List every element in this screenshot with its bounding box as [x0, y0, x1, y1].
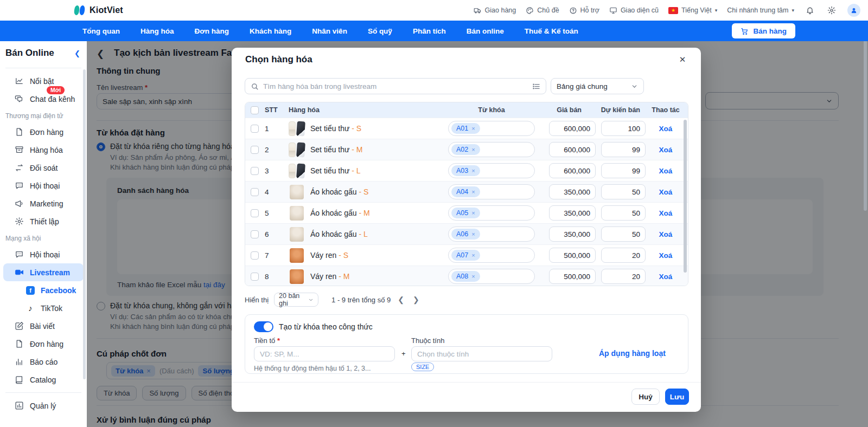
sidebar-item-qu-n-l-[interactable]: Quản lý: [0, 397, 87, 415]
keyword-field[interactable]: A07 ×: [448, 248, 535, 263]
product-search-box[interactable]: [245, 78, 546, 94]
util-monitor[interactable]: Giao diện cũ: [609, 7, 659, 15]
expected-qty-input[interactable]: [601, 163, 646, 178]
page-size-select[interactable]: 20 bản ghi: [274, 293, 318, 307]
row-checkbox[interactable]: [251, 188, 259, 196]
price-input[interactable]: [549, 248, 596, 263]
select-all-checkbox[interactable]: [251, 106, 259, 114]
user-avatar[interactable]: [847, 4, 860, 17]
sidebar-item-h-ng-h-a[interactable]: Hàng hóa: [0, 141, 87, 159]
keyword-tag[interactable]: A02 ×: [451, 144, 480, 155]
sidebar-item-h-i-tho-i[interactable]: Hội thoại: [0, 177, 87, 195]
keyword-tag[interactable]: A05 ×: [451, 208, 480, 218]
notification-bell-icon[interactable]: [804, 4, 816, 16]
expected-qty-input[interactable]: [601, 248, 646, 263]
size-attribute-tag[interactable]: SIZE: [411, 363, 434, 371]
nav-item-s-qu-[interactable]: Sổ quỹ: [368, 27, 392, 35]
sidebar-item-facebook[interactable]: fFacebook: [0, 281, 87, 299]
row-checkbox[interactable]: [251, 125, 259, 133]
keyword-tag[interactable]: A01 ×: [451, 123, 480, 134]
util-delivery[interactable]: Giao hàng: [474, 7, 516, 15]
row-checkbox[interactable]: [251, 251, 259, 260]
remove-keyword-icon[interactable]: ×: [471, 125, 475, 132]
row-checkbox[interactable]: [251, 146, 259, 154]
nav-item-ph-n-t-ch[interactable]: Phân tích: [413, 27, 446, 35]
save-button[interactable]: Lưu: [665, 389, 689, 405]
keyword-tag[interactable]: A04 ×: [451, 186, 480, 197]
sidebar-item-chat-a-k-nh[interactable]: Chat đa kênhMới: [0, 90, 87, 108]
keyword-tag[interactable]: A03 ×: [451, 165, 480, 176]
keyword-tag[interactable]: A07 ×: [451, 250, 480, 261]
keyword-field[interactable]: A01 ×: [448, 121, 535, 136]
sidebar-item-livestream[interactable]: Livestream: [3, 263, 84, 281]
delete-row-link[interactable]: Xoá: [659, 273, 673, 281]
nav-item-h-ng-h-a[interactable]: Hàng hóa: [141, 27, 174, 35]
product-search-input[interactable]: [263, 82, 528, 90]
keyword-field[interactable]: A05 ×: [448, 205, 535, 221]
next-page-icon[interactable]: ❯: [411, 295, 421, 304]
page-scrollbar[interactable]: [864, 27, 867, 211]
keyword-field[interactable]: A04 ×: [448, 184, 535, 199]
sidebar-item--n-h-ng[interactable]: Đơn hàng: [0, 123, 87, 141]
remove-keyword-icon[interactable]: ×: [471, 146, 475, 153]
formula-toggle[interactable]: [254, 321, 273, 332]
sidebar-collapse-icon[interactable]: ❮: [74, 49, 80, 57]
sidebar-item--i-so-t[interactable]: Đối soát: [0, 159, 87, 177]
expected-qty-input[interactable]: [601, 142, 646, 157]
close-icon[interactable]: ✕: [677, 54, 688, 65]
delete-row-link[interactable]: Xoá: [659, 188, 673, 196]
expected-qty-input[interactable]: [601, 227, 646, 242]
nav-item-t-ng-quan[interactable]: Tổng quan: [82, 27, 120, 35]
nav-item-kh-ch-h-ng[interactable]: Khách hàng: [250, 27, 291, 35]
expected-qty-input[interactable]: [601, 121, 646, 136]
remove-keyword-icon[interactable]: ×: [471, 231, 475, 237]
remove-keyword-icon[interactable]: ×: [471, 252, 475, 258]
keyword-field[interactable]: A03 ×: [448, 163, 535, 178]
price-input[interactable]: [549, 205, 596, 221]
price-input[interactable]: [549, 227, 596, 242]
price-input[interactable]: [549, 142, 596, 157]
remove-keyword-icon[interactable]: ×: [471, 273, 475, 280]
prefix-input[interactable]: [254, 346, 395, 361]
sidebar-item-marketing[interactable]: Marketing: [0, 195, 87, 212]
price-input[interactable]: [549, 269, 596, 284]
sidebar-item-thi-t-l-p[interactable]: Thiết lập: [0, 212, 87, 230]
nav-item-thu-k-to-n[interactable]: Thuế & Kế toán: [525, 27, 578, 35]
language-select[interactable]: ★ Tiếng Việt ▾: [668, 7, 717, 14]
price-book-select[interactable]: Bảng giá chung: [551, 78, 644, 94]
nav-item-nh-n-vi-n[interactable]: Nhân viên: [312, 27, 347, 35]
branch-select[interactable]: Chi nhánh trung tâm ▾: [727, 7, 794, 14]
sidebar-item-b-i-vi-t[interactable]: Bài viết: [0, 317, 87, 335]
row-checkbox[interactable]: [251, 167, 259, 175]
row-checkbox[interactable]: [251, 230, 259, 238]
price-input[interactable]: [549, 184, 596, 199]
attribute-input[interactable]: [411, 346, 552, 361]
delete-row-link[interactable]: Xoá: [659, 230, 673, 238]
util-support[interactable]: Hỗ trợ: [569, 7, 599, 15]
apply-bulk-link[interactable]: Áp dụng hàng loạt: [599, 349, 666, 358]
sidebar-scrollbar[interactable]: [83, 69, 86, 379]
sidebar-item--n-h-ng[interactable]: Đơn hàng: [0, 335, 87, 353]
sidebar-item-catalog[interactable]: Catalog: [0, 371, 87, 389]
table-scrollbar[interactable]: [684, 120, 687, 273]
brand[interactable]: KiotViet: [74, 4, 123, 16]
remove-keyword-icon[interactable]: ×: [471, 167, 475, 174]
keyword-field[interactable]: A08 ×: [448, 269, 535, 284]
sidebar-item-n-i-b-t[interactable]: Nổi bật: [0, 72, 87, 90]
settings-gear-icon[interactable]: [826, 4, 838, 16]
delete-row-link[interactable]: Xoá: [659, 251, 673, 260]
util-palette[interactable]: Chủ đề: [526, 7, 559, 15]
nav-item-b-n-online[interactable]: Bán online: [467, 27, 504, 35]
prev-page-icon[interactable]: ❮: [396, 295, 406, 304]
row-checkbox[interactable]: [251, 273, 259, 281]
sidebar-item-b-o-c-o[interactable]: Báo cáo: [0, 353, 87, 371]
expected-qty-input[interactable]: [601, 205, 646, 221]
cancel-button[interactable]: Huỷ: [631, 389, 660, 405]
remove-keyword-icon[interactable]: ×: [471, 189, 475, 195]
expected-qty-input[interactable]: [601, 269, 646, 284]
row-checkbox[interactable]: [251, 209, 259, 217]
keyword-tag[interactable]: A08 ×: [451, 271, 480, 282]
sidebar-item-tiktok[interactable]: ♪TikTok: [0, 299, 87, 317]
sell-button[interactable]: Bán hàng: [732, 23, 795, 38]
delete-row-link[interactable]: Xoá: [659, 146, 673, 154]
